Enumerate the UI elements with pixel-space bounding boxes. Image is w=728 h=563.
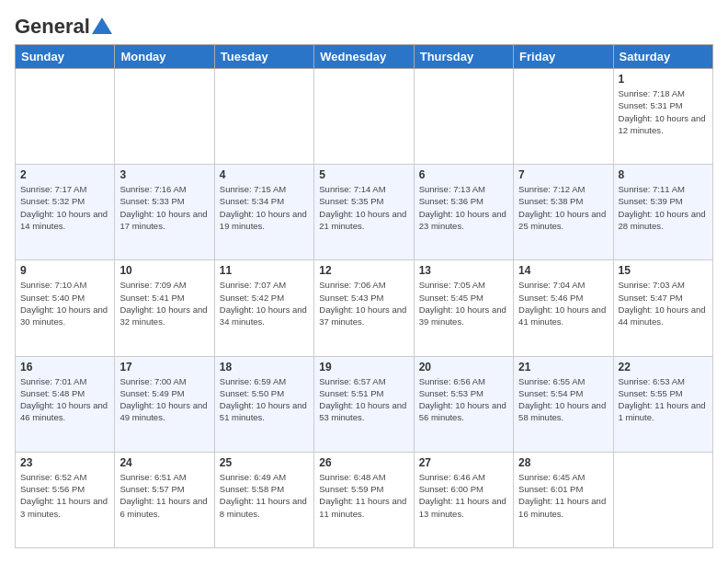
calendar-cell: 7Sunrise: 7:12 AM Sunset: 5:38 PM Daylig… [514,165,613,260]
calendar-cell: 26Sunrise: 6:48 AM Sunset: 5:59 PM Dayli… [314,452,414,547]
day-info: Sunrise: 6:57 AM Sunset: 5:51 PM Dayligh… [319,375,408,424]
day-info: Sunrise: 7:12 AM Sunset: 5:38 PM Dayligh… [518,183,608,232]
calendar-cell: 9Sunrise: 7:10 AM Sunset: 5:40 PM Daylig… [16,260,115,356]
calendar-cell: 16Sunrise: 7:01 AM Sunset: 5:48 PM Dayli… [16,356,115,452]
calendar-week-row: 23Sunrise: 6:52 AM Sunset: 5:56 PM Dayli… [16,452,713,547]
weekday-header-thursday: Thursday [414,45,513,69]
calendar-cell [314,69,414,165]
day-number: 15 [619,264,708,277]
calendar-cell: 21Sunrise: 6:55 AM Sunset: 5:54 PM Dayli… [514,356,613,452]
calendar-cell: 2Sunrise: 7:17 AM Sunset: 5:32 PM Daylig… [16,165,115,260]
day-number: 4 [220,168,309,181]
calendar-cell: 22Sunrise: 6:53 AM Sunset: 5:55 PM Dayli… [613,356,712,452]
calendar-cell: 17Sunrise: 7:00 AM Sunset: 5:49 PM Dayli… [115,356,214,452]
calendar-cell: 10Sunrise: 7:09 AM Sunset: 5:41 PM Dayli… [115,260,214,356]
day-number: 27 [419,456,508,469]
calendar-week-row: 1Sunrise: 7:18 AM Sunset: 5:31 PM Daylig… [16,69,713,165]
calendar-cell: 1Sunrise: 7:18 AM Sunset: 5:31 PM Daylig… [613,69,712,165]
calendar-header-row: SundayMondayTuesdayWednesdayThursdayFrid… [16,45,713,69]
day-number: 3 [119,168,209,181]
day-info: Sunrise: 6:48 AM Sunset: 5:59 PM Dayligh… [319,471,408,520]
logo-general: General [15,15,90,39]
calendar-cell [214,69,313,165]
day-info: Sunrise: 7:00 AM Sunset: 5:49 PM Dayligh… [119,375,209,424]
day-number: 18 [220,361,309,373]
day-info: Sunrise: 7:16 AM Sunset: 5:33 PM Dayligh… [119,183,209,232]
header: General [15,15,713,35]
day-info: Sunrise: 6:56 AM Sunset: 5:53 PM Dayligh… [419,375,508,424]
weekday-header-sunday: Sunday [16,45,115,69]
day-number: 13 [419,264,508,277]
svg-marker-0 [92,17,112,34]
day-info: Sunrise: 6:53 AM Sunset: 5:55 PM Dayligh… [619,375,708,424]
logo: General [15,15,112,35]
calendar-cell: 28Sunrise: 6:45 AM Sunset: 6:01 PM Dayli… [514,452,613,547]
day-number: 11 [220,264,309,277]
calendar-cell [514,69,613,165]
day-number: 17 [119,361,209,373]
day-info: Sunrise: 7:09 AM Sunset: 5:41 PM Dayligh… [119,279,209,327]
calendar-cell: 15Sunrise: 7:03 AM Sunset: 5:47 PM Dayli… [613,260,712,356]
day-info: Sunrise: 7:14 AM Sunset: 5:35 PM Dayligh… [319,183,408,232]
day-info: Sunrise: 6:46 AM Sunset: 6:00 PM Dayligh… [419,471,508,520]
day-number: 26 [319,456,408,469]
calendar-cell: 3Sunrise: 7:16 AM Sunset: 5:33 PM Daylig… [115,165,214,260]
day-number: 8 [619,168,708,181]
calendar-week-row: 16Sunrise: 7:01 AM Sunset: 5:48 PM Dayli… [16,356,713,452]
calendar-cell: 18Sunrise: 6:59 AM Sunset: 5:50 PM Dayli… [214,356,313,452]
day-info: Sunrise: 7:18 AM Sunset: 5:31 PM Dayligh… [619,87,708,136]
day-info: Sunrise: 7:11 AM Sunset: 5:39 PM Dayligh… [619,183,708,232]
day-info: Sunrise: 6:52 AM Sunset: 5:56 PM Dayligh… [20,471,109,520]
calendar-cell [613,452,712,547]
weekday-header-saturday: Saturday [613,45,712,69]
day-number: 2 [20,168,109,181]
day-number: 25 [220,456,309,469]
day-number: 23 [20,456,109,469]
day-info: Sunrise: 7:10 AM Sunset: 5:40 PM Dayligh… [20,279,109,327]
day-info: Sunrise: 7:04 AM Sunset: 5:46 PM Dayligh… [518,279,608,327]
day-number: 21 [518,361,608,373]
day-number: 7 [518,168,608,181]
calendar-cell [115,69,214,165]
day-info: Sunrise: 7:15 AM Sunset: 5:34 PM Dayligh… [220,183,309,232]
day-number: 22 [619,361,708,373]
calendar-cell: 19Sunrise: 6:57 AM Sunset: 5:51 PM Dayli… [314,356,414,452]
day-number: 24 [119,456,209,469]
day-info: Sunrise: 6:45 AM Sunset: 6:01 PM Dayligh… [518,471,608,520]
calendar-week-row: 2Sunrise: 7:17 AM Sunset: 5:32 PM Daylig… [16,165,713,260]
calendar-cell: 4Sunrise: 7:15 AM Sunset: 5:34 PM Daylig… [214,165,313,260]
day-number: 20 [419,361,508,373]
day-number: 12 [319,264,408,277]
day-info: Sunrise: 6:59 AM Sunset: 5:50 PM Dayligh… [220,375,309,424]
calendar-cell: 5Sunrise: 7:14 AM Sunset: 5:35 PM Daylig… [314,165,414,260]
weekday-header-monday: Monday [115,45,214,69]
day-info: Sunrise: 6:55 AM Sunset: 5:54 PM Dayligh… [518,375,608,424]
day-info: Sunrise: 7:07 AM Sunset: 5:42 PM Dayligh… [220,279,309,327]
calendar-cell [414,69,513,165]
weekday-header-friday: Friday [514,45,613,69]
day-number: 6 [419,168,508,181]
weekday-header-tuesday: Tuesday [214,45,313,69]
day-info: Sunrise: 7:01 AM Sunset: 5:48 PM Dayligh… [20,375,109,424]
calendar-cell: 24Sunrise: 6:51 AM Sunset: 5:57 PM Dayli… [115,452,214,547]
logo-icon [92,17,112,34]
calendar-cell [16,69,115,165]
day-info: Sunrise: 7:17 AM Sunset: 5:32 PM Dayligh… [20,183,109,232]
calendar-cell: 12Sunrise: 7:06 AM Sunset: 5:43 PM Dayli… [314,260,414,356]
day-number: 16 [20,361,109,373]
calendar-cell: 14Sunrise: 7:04 AM Sunset: 5:46 PM Dayli… [514,260,613,356]
day-number: 10 [119,264,209,277]
calendar-cell: 20Sunrise: 6:56 AM Sunset: 5:53 PM Dayli… [414,356,513,452]
calendar-cell: 8Sunrise: 7:11 AM Sunset: 5:39 PM Daylig… [613,165,712,260]
day-info: Sunrise: 6:51 AM Sunset: 5:57 PM Dayligh… [119,471,209,520]
day-number: 14 [518,264,608,277]
calendar-cell: 13Sunrise: 7:05 AM Sunset: 5:45 PM Dayli… [414,260,513,356]
day-info: Sunrise: 7:05 AM Sunset: 5:45 PM Dayligh… [419,279,508,327]
day-number: 19 [319,361,408,373]
day-info: Sunrise: 6:49 AM Sunset: 5:58 PM Dayligh… [220,471,309,520]
calendar-week-row: 9Sunrise: 7:10 AM Sunset: 5:40 PM Daylig… [16,260,713,356]
calendar-cell: 23Sunrise: 6:52 AM Sunset: 5:56 PM Dayli… [16,452,115,547]
day-info: Sunrise: 7:06 AM Sunset: 5:43 PM Dayligh… [319,279,408,327]
weekday-header-wednesday: Wednesday [314,45,414,69]
calendar-cell: 6Sunrise: 7:13 AM Sunset: 5:36 PM Daylig… [414,165,513,260]
